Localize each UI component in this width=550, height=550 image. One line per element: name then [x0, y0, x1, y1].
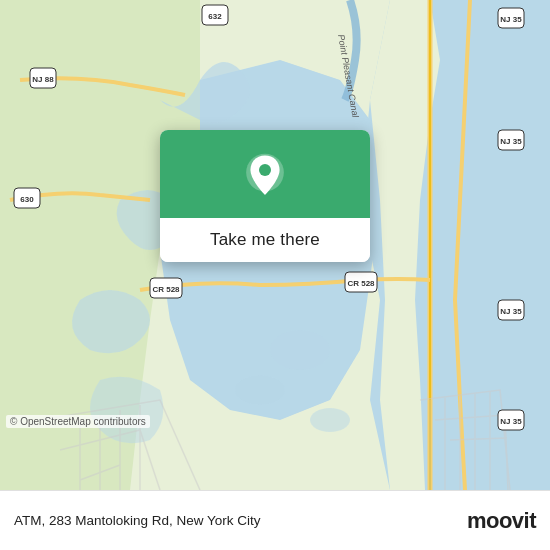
take-me-there-button[interactable]: Take me there: [160, 218, 370, 262]
svg-text:NJ 35: NJ 35: [500, 15, 522, 24]
location-text: ATM, 283 Mantoloking Rd, New York City: [14, 513, 457, 528]
svg-text:NJ 35: NJ 35: [500, 137, 522, 146]
svg-point-7: [310, 408, 350, 432]
moovit-logo: moovit: [467, 508, 536, 534]
svg-text:NJ 35: NJ 35: [500, 417, 522, 426]
svg-text:632: 632: [208, 12, 222, 21]
svg-point-29: [259, 164, 271, 176]
pin-icon: [241, 152, 289, 200]
location-card[interactable]: Take me there: [160, 130, 370, 262]
svg-text:CR 528: CR 528: [152, 285, 180, 294]
svg-text:630: 630: [20, 195, 34, 204]
bottom-bar: ATM, 283 Mantoloking Rd, New York City m…: [0, 490, 550, 550]
svg-text:CR 528: CR 528: [347, 279, 375, 288]
svg-text:NJ 35: NJ 35: [500, 307, 522, 316]
osm-attribution: © OpenStreetMap contributors: [6, 415, 150, 428]
svg-point-6: [235, 375, 285, 405]
svg-point-5: [270, 330, 330, 370]
svg-text:NJ 88: NJ 88: [32, 75, 54, 84]
card-top-green: [160, 130, 370, 218]
map-container: NJ 35 NJ 35 NJ 35 NJ 35 NJ 88 632 630 CR…: [0, 0, 550, 490]
